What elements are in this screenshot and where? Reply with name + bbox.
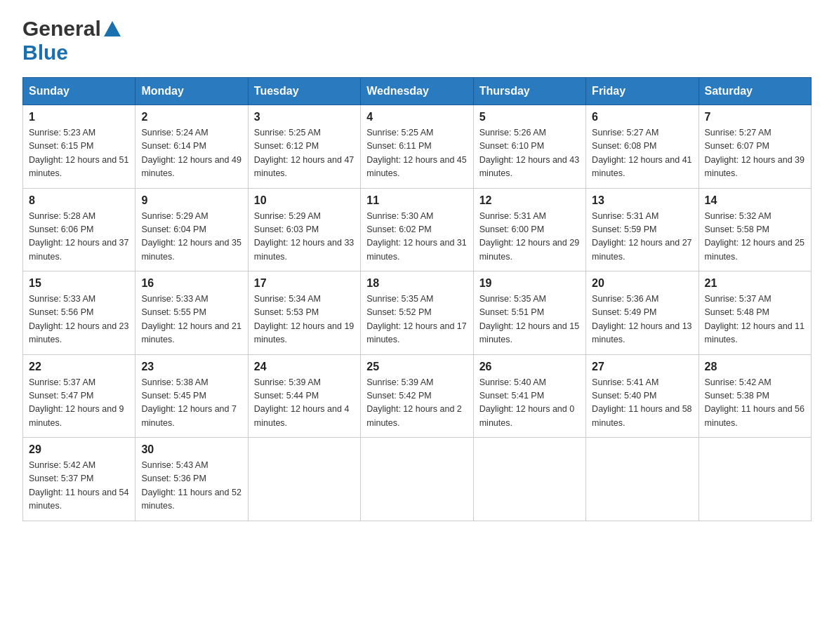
day-info: Sunrise: 5:25 AMSunset: 6:12 PMDaylight:… <box>254 128 354 178</box>
day-number: 27 <box>592 361 692 373</box>
calendar-cell: 12 Sunrise: 5:31 AMSunset: 6:00 PMDaylig… <box>473 188 585 271</box>
calendar-cell: 30 Sunrise: 5:43 AMSunset: 5:36 PMDaylig… <box>135 438 248 521</box>
day-info: Sunrise: 5:29 AMSunset: 6:04 PMDaylight:… <box>141 211 241 262</box>
calendar-cell: 13 Sunrise: 5:31 AMSunset: 5:59 PMDaylig… <box>586 188 699 271</box>
day-info: Sunrise: 5:24 AMSunset: 6:14 PMDaylight:… <box>141 128 241 178</box>
calendar-week-1: 1 Sunrise: 5:23 AMSunset: 6:15 PMDayligh… <box>23 105 812 189</box>
day-number: 4 <box>366 111 467 123</box>
day-info: Sunrise: 5:31 AMSunset: 5:59 PMDaylight:… <box>592 211 691 262</box>
day-info: Sunrise: 5:27 AMSunset: 6:07 PMDaylight:… <box>705 128 805 178</box>
day-info: Sunrise: 5:39 AMSunset: 5:42 PMDaylight:… <box>366 377 462 428</box>
day-number: 29 <box>29 443 129 456</box>
weekday-wednesday: Wednesday <box>361 78 473 105</box>
weekday-monday: Monday <box>135 78 248 105</box>
calendar-cell <box>586 438 699 521</box>
day-number: 2 <box>141 111 241 123</box>
calendar-cell: 21 Sunrise: 5:37 AMSunset: 5:48 PMDaylig… <box>699 271 811 355</box>
calendar-cell: 24 Sunrise: 5:39 AMSunset: 5:44 PMDaylig… <box>248 354 360 438</box>
day-info: Sunrise: 5:35 AMSunset: 5:51 PMDaylight:… <box>479 294 579 344</box>
day-number: 8 <box>29 194 129 207</box>
day-info: Sunrise: 5:33 AMSunset: 5:55 PMDaylight:… <box>141 294 241 344</box>
day-info: Sunrise: 5:29 AMSunset: 6:03 PMDaylight:… <box>254 211 354 262</box>
day-info: Sunrise: 5:32 AMSunset: 5:58 PMDaylight:… <box>705 211 805 262</box>
weekday-thursday: Thursday <box>473 78 585 105</box>
calendar-cell: 7 Sunrise: 5:27 AMSunset: 6:07 PMDayligh… <box>699 105 811 189</box>
day-number: 12 <box>479 194 580 207</box>
day-number: 26 <box>479 361 580 373</box>
day-info: Sunrise: 5:35 AMSunset: 5:52 PMDaylight:… <box>366 294 466 344</box>
calendar-cell: 10 Sunrise: 5:29 AMSunset: 6:03 PMDaylig… <box>248 188 360 271</box>
day-number: 20 <box>592 277 692 290</box>
day-number: 24 <box>254 361 355 373</box>
day-number: 5 <box>479 111 580 123</box>
weekday-header-row: SundayMondayTuesdayWednesdayThursdayFrid… <box>23 78 812 105</box>
calendar-cell <box>248 438 360 521</box>
day-info: Sunrise: 5:26 AMSunset: 6:10 PMDaylight:… <box>479 128 579 178</box>
day-number: 1 <box>29 111 129 123</box>
day-number: 30 <box>141 443 241 456</box>
day-number: 9 <box>141 194 241 207</box>
logo-triangle-icon <box>102 20 122 39</box>
day-number: 18 <box>366 277 467 290</box>
day-number: 13 <box>592 194 692 207</box>
day-number: 22 <box>29 361 129 373</box>
day-info: Sunrise: 5:40 AMSunset: 5:41 PMDaylight:… <box>479 377 575 428</box>
calendar-cell: 8 Sunrise: 5:28 AMSunset: 6:06 PMDayligh… <box>23 188 135 271</box>
calendar-cell: 28 Sunrise: 5:42 AMSunset: 5:38 PMDaylig… <box>699 354 811 438</box>
calendar-cell: 5 Sunrise: 5:26 AMSunset: 6:10 PMDayligh… <box>473 105 585 189</box>
day-info: Sunrise: 5:25 AMSunset: 6:11 PMDaylight:… <box>366 128 466 178</box>
calendar-cell: 25 Sunrise: 5:39 AMSunset: 5:42 PMDaylig… <box>361 354 473 438</box>
day-info: Sunrise: 5:38 AMSunset: 5:45 PMDaylight:… <box>141 377 237 428</box>
weekday-saturday: Saturday <box>699 78 811 105</box>
day-info: Sunrise: 5:41 AMSunset: 5:40 PMDaylight:… <box>592 377 691 428</box>
calendar-cell: 26 Sunrise: 5:40 AMSunset: 5:41 PMDaylig… <box>473 354 585 438</box>
calendar-cell: 2 Sunrise: 5:24 AMSunset: 6:14 PMDayligh… <box>135 105 248 189</box>
calendar-cell <box>361 438 473 521</box>
day-number: 28 <box>705 361 805 373</box>
day-number: 14 <box>705 194 805 207</box>
day-info: Sunrise: 5:36 AMSunset: 5:49 PMDaylight:… <box>592 294 691 344</box>
calendar-cell: 23 Sunrise: 5:38 AMSunset: 5:45 PMDaylig… <box>135 354 248 438</box>
day-number: 3 <box>254 111 355 123</box>
calendar-cell: 15 Sunrise: 5:33 AMSunset: 5:56 PMDaylig… <box>23 271 135 355</box>
calendar-cell: 4 Sunrise: 5:25 AMSunset: 6:11 PMDayligh… <box>361 105 473 189</box>
calendar-week-3: 15 Sunrise: 5:33 AMSunset: 5:56 PMDaylig… <box>23 271 812 355</box>
day-info: Sunrise: 5:39 AMSunset: 5:44 PMDaylight:… <box>254 377 350 428</box>
day-number: 16 <box>141 277 241 290</box>
calendar-cell: 18 Sunrise: 5:35 AMSunset: 5:52 PMDaylig… <box>361 271 473 355</box>
day-info: Sunrise: 5:37 AMSunset: 5:48 PMDaylight:… <box>705 294 805 344</box>
calendar-cell: 20 Sunrise: 5:36 AMSunset: 5:49 PMDaylig… <box>586 271 699 355</box>
day-number: 15 <box>29 277 129 290</box>
day-info: Sunrise: 5:42 AMSunset: 5:38 PMDaylight:… <box>705 377 805 428</box>
calendar-header: SundayMondayTuesdayWednesdayThursdayFrid… <box>23 78 812 105</box>
day-number: 10 <box>254 194 355 207</box>
day-info: Sunrise: 5:31 AMSunset: 6:00 PMDaylight:… <box>479 211 579 262</box>
calendar-cell: 1 Sunrise: 5:23 AMSunset: 6:15 PMDayligh… <box>23 105 135 189</box>
calendar-cell: 11 Sunrise: 5:30 AMSunset: 6:02 PMDaylig… <box>361 188 473 271</box>
calendar-cell: 9 Sunrise: 5:29 AMSunset: 6:04 PMDayligh… <box>135 188 248 271</box>
calendar-cell <box>473 438 585 521</box>
day-info: Sunrise: 5:42 AMSunset: 5:37 PMDaylight:… <box>29 460 128 511</box>
day-number: 11 <box>366 194 467 207</box>
svg-marker-0 <box>104 21 121 36</box>
calendar-cell: 6 Sunrise: 5:27 AMSunset: 6:08 PMDayligh… <box>586 105 699 189</box>
calendar-week-5: 29 Sunrise: 5:42 AMSunset: 5:37 PMDaylig… <box>23 438 812 521</box>
day-info: Sunrise: 5:33 AMSunset: 5:56 PMDaylight:… <box>29 294 128 344</box>
calendar-cell: 3 Sunrise: 5:25 AMSunset: 6:12 PMDayligh… <box>248 105 360 189</box>
day-info: Sunrise: 5:27 AMSunset: 6:08 PMDaylight:… <box>592 128 691 178</box>
day-info: Sunrise: 5:37 AMSunset: 5:47 PMDaylight:… <box>29 377 124 428</box>
day-number: 23 <box>141 361 241 373</box>
logo: General Blue <box>22 17 122 65</box>
day-info: Sunrise: 5:43 AMSunset: 5:36 PMDaylight:… <box>141 460 241 511</box>
day-info: Sunrise: 5:34 AMSunset: 5:53 PMDaylight:… <box>254 294 354 344</box>
day-info: Sunrise: 5:30 AMSunset: 6:02 PMDaylight:… <box>366 211 466 262</box>
logo-line1: General <box>22 17 122 41</box>
calendar-cell: 16 Sunrise: 5:33 AMSunset: 5:55 PMDaylig… <box>135 271 248 355</box>
day-info: Sunrise: 5:23 AMSunset: 6:15 PMDaylight:… <box>29 128 128 178</box>
calendar-week-2: 8 Sunrise: 5:28 AMSunset: 6:06 PMDayligh… <box>23 188 812 271</box>
calendar-cell: 29 Sunrise: 5:42 AMSunset: 5:37 PMDaylig… <box>23 438 135 521</box>
calendar-cell: 27 Sunrise: 5:41 AMSunset: 5:40 PMDaylig… <box>586 354 699 438</box>
calendar-cell: 19 Sunrise: 5:35 AMSunset: 5:51 PMDaylig… <box>473 271 585 355</box>
header: General Blue <box>22 17 812 65</box>
weekday-tuesday: Tuesday <box>248 78 360 105</box>
